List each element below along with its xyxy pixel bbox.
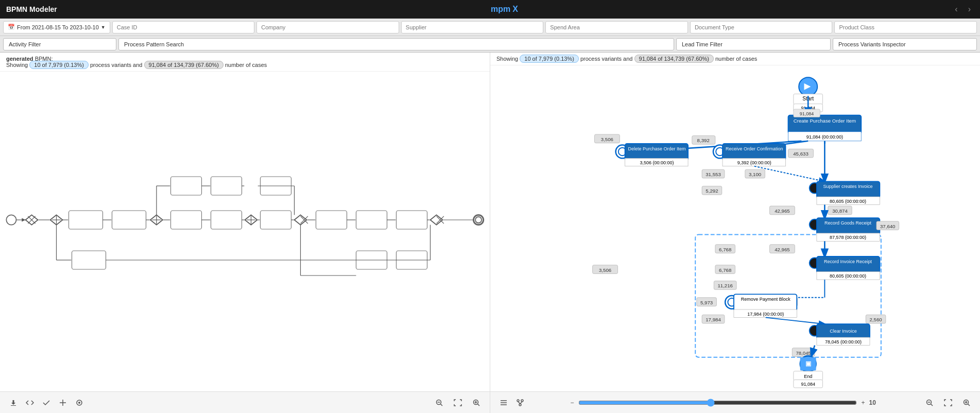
right-fit-button[interactable] [941, 395, 955, 410]
svg-text:6,768: 6,768 [719, 267, 731, 273]
date-range-filter[interactable]: 📅 From 2021-08-15 To 2023-10-10 ▼ [3, 21, 110, 33]
branch-button[interactable] [513, 395, 527, 410]
lead-time-filter-button[interactable]: Lead Time Filter [676, 38, 831, 50]
product-class-filter[interactable] [834, 21, 977, 33]
right-zoom-out-button[interactable] [922, 395, 937, 410]
nav-back-button[interactable]: ‹ [952, 4, 960, 15]
svg-text:80,605 (00:00:00): 80,605 (00:00:00) [830, 199, 866, 204]
case-id-filter[interactable] [112, 21, 255, 33]
branch-icon [516, 399, 524, 407]
slider-plus: + [861, 399, 865, 406]
svg-text:End: End [804, 374, 812, 379]
svg-point-186 [519, 404, 521, 406]
variant-count-slider[interactable] [578, 399, 857, 407]
svg-rect-48 [72, 251, 106, 269]
activity-filter-button[interactable]: Activity Filter [3, 38, 116, 50]
right-panel-status: Showing 10 of 7,979 (0.13%) process vari… [490, 53, 980, 65]
logo-x: X [512, 5, 518, 14]
circle-button[interactable] [72, 395, 87, 410]
svg-rect-24 [316, 211, 347, 229]
svg-text:91,084: 91,084 [800, 111, 814, 116]
download-button[interactable] [6, 395, 21, 410]
svg-text:37,640: 37,640 [880, 223, 896, 229]
fit-icon2 [944, 399, 952, 407]
right-cases-highlight: 91,084 of 134,739 (67.60%) [634, 55, 714, 63]
supplier-input[interactable] [406, 24, 539, 30]
zoom-out-button[interactable] [432, 395, 446, 410]
svg-point-185 [521, 400, 523, 402]
svg-text:Record Goods Receipt: Record Goods Receipt [824, 220, 872, 226]
company-input[interactable] [261, 24, 394, 30]
process-variants-inspector-button[interactable]: Process Variants Inspector [833, 38, 977, 50]
left-panel: generated BPMN: Showing 10 of 7,979 (0.1… [0, 53, 490, 413]
code-button[interactable] [23, 395, 37, 410]
svg-text:78,045 (00:00:00): 78,045 (00:00:00) [825, 339, 862, 345]
svg-text:9,392 (00:00:00): 9,392 (00:00:00) [737, 160, 771, 165]
svg-text:42,965: 42,965 [775, 208, 790, 214]
svg-rect-15 [171, 211, 202, 229]
left-showing-label: Showing [6, 62, 28, 68]
date-range-label: From 2021-08-15 To 2023-10-10 [17, 24, 99, 30]
right-cases-end: number of cases [715, 56, 757, 62]
svg-text:Create Purchase Order Item: Create Purchase Order Item [794, 118, 856, 124]
svg-text:17,984: 17,984 [706, 317, 721, 322]
svg-line-190 [931, 404, 933, 406]
top-bar: BPMN Modeler mpmX ‹ › [0, 0, 980, 19]
left-cases-end: number of cases [225, 62, 267, 68]
logo-text: mpm [491, 5, 510, 14]
supplier-filter[interactable] [401, 21, 544, 33]
left-tools [6, 395, 87, 410]
zoom-out-icon [435, 399, 443, 407]
right-tools-left [496, 395, 527, 410]
svg-rect-11 [112, 211, 146, 229]
svg-text:2,560: 2,560 [869, 317, 882, 322]
left-bpmn-svg [0, 72, 490, 381]
right-showing-label: Showing [496, 56, 518, 62]
left-panel-status: generated BPMN: Showing 10 of 7,979 (0.1… [0, 53, 490, 72]
nav-forward-button[interactable]: › [965, 4, 974, 15]
slider-minus: − [571, 399, 574, 406]
right-zoom-in-button[interactable] [959, 395, 974, 410]
fit-button[interactable] [451, 395, 465, 410]
left-bottom-toolbar [0, 391, 490, 413]
svg-text:6,768: 6,768 [719, 247, 731, 252]
check-button[interactable] [39, 395, 54, 410]
menu-icon [500, 399, 508, 407]
right-variants-highlight: 10 of 7,979 (0.13%) [520, 55, 579, 63]
document-type-input[interactable] [695, 24, 828, 30]
company-filter[interactable] [256, 21, 399, 33]
logo: mpmX [491, 5, 518, 14]
svg-text:8,392: 8,392 [697, 137, 710, 143]
date-dropdown-icon: ▼ [101, 25, 106, 30]
svg-rect-16 [211, 211, 242, 229]
top-nav: ‹ › [952, 4, 974, 15]
svg-text:80,605 (00:00:00): 80,605 (00:00:00) [830, 273, 866, 279]
zoom-in-icon2 [962, 399, 971, 407]
svg-text:Clear Invoice: Clear Invoice [830, 329, 857, 334]
menu-button[interactable] [496, 395, 511, 410]
svg-text:3,506: 3,506 [599, 267, 611, 273]
svg-text:91,084 (00:00:00): 91,084 (00:00:00) [806, 134, 843, 140]
zoom-in-button[interactable] [469, 395, 484, 410]
left-bpmn-diagram[interactable] [0, 72, 490, 381]
svg-rect-26 [397, 211, 427, 229]
process-pattern-search-button[interactable]: Process Pattern Search [118, 38, 674, 50]
svg-text:Supplier creates Invoice: Supplier creates Invoice [823, 184, 872, 189]
right-bpmn-diagram[interactable]: Start 91,084 Create Purchase Order Item … [490, 65, 980, 397]
svg-line-67 [440, 404, 442, 406]
svg-text:17,984 (00:00:00): 17,984 (00:00:00) [747, 312, 784, 317]
svg-text:78,045: 78,045 [796, 350, 811, 356]
document-type-filter[interactable] [690, 21, 833, 33]
zoom-in-icon [472, 399, 480, 407]
product-class-input[interactable] [839, 24, 972, 30]
svg-text:31,553: 31,553 [706, 171, 721, 177]
svg-rect-20 [261, 211, 291, 229]
svg-text:87,578 (00:00:00): 87,578 (00:00:00) [830, 235, 866, 240]
svg-rect-45 [171, 177, 202, 195]
svg-text:▣: ▣ [805, 360, 811, 367]
spend-area-filter[interactable] [545, 21, 688, 33]
svg-text:Delete Purchase Order Item: Delete Purchase Order Item [628, 146, 685, 151]
spend-area-input[interactable] [550, 24, 683, 30]
add-button[interactable] [56, 395, 70, 410]
case-id-input[interactable] [117, 24, 250, 30]
